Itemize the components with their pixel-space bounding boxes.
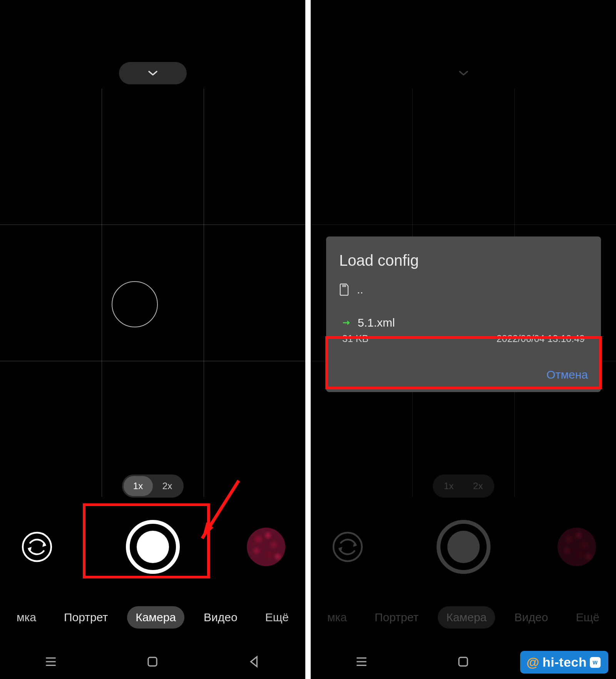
nav-recents[interactable] (354, 654, 369, 669)
nav-back-icon (247, 654, 262, 669)
watermark-badge: @ hi-tech w (520, 651, 608, 674)
system-navbar (0, 644, 305, 679)
mode-video[interactable]: Видео (195, 606, 246, 629)
flip-camera-icon (331, 530, 365, 564)
svg-rect-14 (459, 657, 467, 666)
mode-edge-right: Ещё (567, 606, 608, 629)
phone-camera-screen: 1x 2x мка Портрет (0, 0, 305, 679)
gallery-image (557, 528, 596, 566)
nav-home[interactable] (145, 654, 160, 669)
svg-point-7 (333, 533, 362, 561)
cancel-button[interactable]: Отмена (546, 368, 588, 381)
config-file-row[interactable]: 5.1.xml 31 KB 2022/06/04 13:10:49 (339, 310, 588, 352)
camera-controls (0, 512, 305, 582)
svg-point-0 (23, 533, 51, 561)
zoom-2x[interactable]: 2x (153, 476, 182, 496)
dialog-title: Load config (339, 252, 588, 269)
chevron-down-icon (457, 67, 470, 80)
grid-line (0, 225, 305, 225)
mode-camera: Камера (438, 606, 495, 629)
zoom-1x[interactable]: 1x (124, 476, 153, 496)
camera-mode-carousel: мка Портрет Камера Видео Ещё (311, 602, 616, 633)
grid-line (0, 361, 305, 361)
expand-options-button[interactable] (119, 62, 187, 84)
nav-home[interactable] (456, 654, 470, 669)
shutter-button (437, 520, 490, 574)
flip-camera-icon (20, 530, 54, 564)
grid-line (311, 225, 616, 225)
grid-line (204, 89, 204, 497)
gallery-image (247, 528, 285, 566)
camera-viewfinder[interactable] (0, 89, 305, 497)
mode-portrait: Портрет (366, 606, 427, 629)
phone-load-config-screen: 1x 2x мка Портрет Камера Видео (311, 0, 616, 679)
camera-controls (311, 512, 616, 582)
sd-card-icon (339, 283, 350, 296)
zoom-1x: 1x (434, 476, 464, 496)
camera-mode-carousel[interactable]: мка Портрет Камера Видео Ещё (0, 602, 305, 633)
mode-edge-left[interactable]: мка (8, 606, 45, 629)
zoom-switch: 1x 2x (433, 474, 494, 498)
zoom-2x: 2x (464, 476, 493, 496)
watermark-vk-icon: w (590, 657, 601, 668)
flip-camera-button[interactable] (20, 530, 54, 564)
parent-dir-label: .. (357, 283, 363, 296)
zoom-switch[interactable]: 1x 2x (122, 474, 184, 498)
shutter-inner (137, 531, 169, 563)
shutter-button[interactable] (126, 520, 180, 574)
mode-edge-left: мка (319, 606, 355, 629)
mode-camera[interactable]: Камера (127, 606, 184, 629)
mode-video: Видео (506, 606, 557, 629)
nav-home-icon (456, 654, 470, 669)
nav-recents[interactable] (44, 654, 58, 669)
file-size: 31 KB (342, 333, 368, 344)
mode-edge-right[interactable]: Ещё (257, 606, 297, 629)
gallery-thumbnail[interactable] (247, 528, 285, 566)
mode-portrait[interactable]: Портрет (55, 606, 116, 629)
file-name: 5.1.xml (358, 316, 395, 329)
screenshot-comparison: 1x 2x мка Портрет (0, 0, 616, 679)
arrow-right-icon (342, 318, 352, 327)
watermark-at: @ (526, 655, 539, 670)
watermark-text: hi-tech (542, 655, 587, 670)
svg-rect-6 (148, 657, 157, 666)
expand-options-button[interactable] (430, 62, 497, 84)
focus-ring[interactable] (112, 281, 158, 327)
nav-recents-icon (354, 654, 369, 669)
shutter-inner (447, 531, 480, 563)
flip-camera-button (331, 530, 365, 564)
chevron-down-icon (146, 67, 159, 80)
load-config-dialog: Load config .. 5.1.xml (326, 236, 601, 392)
nav-back[interactable] (247, 654, 262, 669)
nav-home-icon (145, 654, 160, 669)
nav-recents-icon (44, 654, 58, 669)
file-date: 2022/06/04 13:10:49 (497, 333, 585, 344)
gallery-thumbnail (557, 528, 596, 566)
parent-dir-row[interactable]: .. (339, 283, 588, 296)
grid-line (102, 89, 102, 497)
